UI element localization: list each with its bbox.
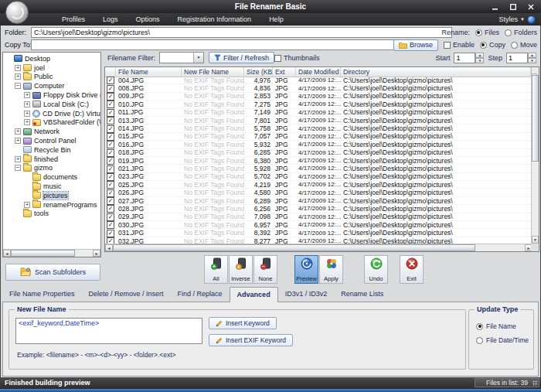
column-header-size-kb[interactable]: Size (KB) [244,67,273,77]
insert-exif-keyword-button[interactable]: Insert EXIF Keyword [209,334,293,346]
scan-subfolders-button[interactable]: Scan Subfolders [5,264,100,281]
table-row[interactable]: ✓004.JPGNo EXIF Tags Found4,976JPG4/17/2… [105,77,531,84]
column-header-date-modified[interactable]: Date Modified [296,67,341,77]
table-row[interactable]: ✓015.JPGNo EXIF Tags Found7,057JPG4/17/2… [105,133,531,141]
tree-expand-toggle[interactable]: − [15,165,21,171]
menu-item-profiles[interactable]: Profiles [62,15,85,23]
tree-expand-toggle[interactable]: − [15,83,21,89]
tree-item-cd-drive-d-virtualbox-guest[interactable]: +CD Drive (D:) VirtualBox Guest [3,109,100,118]
table-row[interactable]: ✓025.JPGNo EXIF Tags Found4,219JPG4/17/2… [105,181,531,189]
tree-item-local-disk-c[interactable]: +Local Disk (C:) [3,100,100,109]
filter-refresh-button[interactable]: Filter / Refresh [209,52,274,63]
apply-button[interactable]: Apply [319,255,343,284]
styles-menu[interactable]: Styles▼ [499,13,536,26]
menu-item-registration-information[interactable]: Registration Information [178,15,252,23]
tree-expand-toggle[interactable]: + [15,73,21,80]
tab-find-replace[interactable]: Find / Replace [171,288,230,302]
table-row[interactable]: ✓026.JPGNo EXIF Tags Found4,580JPG4/17/2… [105,189,531,196]
maximize-button[interactable] [509,3,518,10]
table-row[interactable]: ✓009.JPGNo EXIF Tags Found2,853JPG4/17/2… [105,93,531,101]
tree-horizontal-scrollbar[interactable]: ◄ ► [3,249,100,257]
table-row[interactable]: ✓011.JPGNo EXIF Tags Found7,149JPG4/17/2… [105,109,531,117]
menu-item-help[interactable]: Help [269,15,284,23]
menu-item-options[interactable]: Options [136,15,160,23]
step-stepper[interactable]: ▲▼ [506,53,536,63]
folder-path-input[interactable] [31,27,452,38]
scroll-left-icon[interactable]: ◄ [105,244,113,251]
tree-expand-toggle[interactable]: + [24,92,30,98]
all-button[interactable]: +All [204,255,228,284]
spin-down-icon[interactable]: ▼ [475,58,484,63]
scroll-right-icon[interactable]: ► [93,250,100,257]
tree-item-pictures[interactable]: pictures [3,191,100,200]
menu-item-logs[interactable]: Logs [103,15,118,23]
tab-id3v1-id3v2[interactable]: ID3v1 / ID3v2 [278,288,335,302]
spin-up-icon[interactable]: ▲ [528,53,536,58]
resize-grip[interactable] [532,380,538,386]
spin-down-icon[interactable]: ▼ [528,58,536,63]
dropdown-arrow-icon[interactable]: ▼ [193,53,203,63]
none-button[interactable]: −None [253,255,277,284]
tree-item-control-panel[interactable]: +Control Panel [3,136,100,145]
table-row[interactable]: ✓029.JPGNo EXIF Tags Found7,098JPG4/17/2… [105,213,531,221]
tab-rename-lists[interactable]: Rename Lists [334,288,390,302]
column-header-new-file-name[interactable]: New File Name [182,67,244,77]
copy-radio[interactable]: Copy [480,41,505,49]
tree-item-finished[interactable]: +finished [3,155,100,164]
tree-expand-toggle[interactable]: + [15,65,21,71]
move-radio[interactable]: Move [511,41,537,49]
table-row[interactable]: ✓013.JPGNo EXIF Tags Found7,801JPG4/17/2… [105,117,531,124]
preview-button[interactable]: Preview [294,255,318,284]
rename-folders-radio[interactable]: Folders [505,29,537,36]
tree-expand-toggle[interactable]: + [15,156,21,162]
tree-item-tools[interactable]: tools [3,210,100,219]
new-file-name-textarea[interactable]: <exif_keyword,DateTime> [15,318,202,344]
tree-item-public[interactable]: +Public [3,73,100,82]
table-row[interactable]: ✓028.JPGNo EXIF Tags Found6,256JPG4/17/2… [105,205,531,213]
table-row[interactable]: ✓030.JPGNo EXIF Tags Found6,957JPG4/17/2… [105,221,531,229]
browse-button[interactable]: Browse [393,39,438,51]
tree-item-vbsharedfolder-vboxsvr-z[interactable]: +VBSharedFolder (\\vboxsvr) (Z [3,118,100,128]
update-type-file-datetime-radio[interactable]: File Date/Time [476,336,529,344]
tab-advanced[interactable]: Advanced [230,287,278,302]
tree-item-computer[interactable]: −Computer [3,81,100,90]
tree-expand-toggle[interactable]: + [24,111,30,117]
tree-expand-toggle[interactable]: + [15,128,21,135]
tree-item-network[interactable]: +Network [3,127,100,136]
filename-filter-combobox[interactable]: ▼ [159,52,204,63]
tree-item-desktop[interactable]: Desktop [3,54,100,63]
tree-item-renameprograms[interactable]: +renamePrograms [3,200,100,210]
start-stepper[interactable]: ▲▼ [454,53,484,63]
tab-file-name-properties[interactable]: File Name Properties [2,288,82,302]
table-row[interactable]: ✓014.JPGNo EXIF Tags Found5,758JPG4/17/2… [105,124,531,132]
scroll-left-icon[interactable]: ◄ [3,250,11,257]
table-row[interactable]: ✓027.JPGNo EXIF Tags Found6,289JPG4/17/2… [105,197,531,205]
column-header-ext[interactable]: Ext [273,67,296,77]
copy-to-input[interactable] [31,39,413,50]
step-input[interactable] [506,53,528,63]
tree-expand-toggle[interactable]: + [24,101,30,107]
update-type-file-name-radio[interactable]: File Name [476,322,516,330]
tree-item-gizmo[interactable]: −gizmo [3,164,100,173]
column-header-directory[interactable]: Directory [341,67,531,77]
table-row[interactable]: ✓021.JPGNo EXIF Tags Found5,928JPG4/17/2… [105,165,531,172]
table-row[interactable]: ✓019.JPGNo EXIF Tags Found6,380JPG4/17/2… [105,157,531,165]
scroll-down-icon[interactable]: ▼ [532,236,539,244]
table-row[interactable]: ✓018.JPGNo EXIF Tags Found6,285JPG4/17/2… [105,149,531,157]
tree-item-documents[interactable]: documents [3,172,100,182]
table-row[interactable]: ✓008.JPGNo EXIF Tags Found4,836JPG4/17/2… [105,84,531,92]
rename-files-radio[interactable]: Files [475,29,499,36]
tree-item-music[interactable]: music [3,182,100,191]
tree-expand-toggle[interactable]: + [24,119,30,125]
table-horizontal-scrollbar[interactable]: ◄ ► [105,244,532,251]
exit-button[interactable]: Exit [400,255,424,284]
table-row[interactable]: ✓010.JPGNo EXIF Tags Found7,275JPG4/17/2… [105,101,531,108]
tree-item-recycle-bin[interactable]: Recycle Bin [3,145,100,155]
start-input[interactable] [454,53,475,63]
table-vertical-scrollbar[interactable]: ▲ ▼ [531,67,539,244]
minimize-button[interactable] [491,3,500,10]
table-row[interactable]: ✓031.JPGNo EXIF Tags Found8,392JPG4/17/2… [105,229,531,237]
undo-button[interactable]: Undo [364,255,388,284]
enable-checkbox[interactable]: Enable [444,41,475,49]
table-row[interactable]: ✓016.JPGNo EXIF Tags Found5,932JPG4/17/2… [105,141,531,148]
